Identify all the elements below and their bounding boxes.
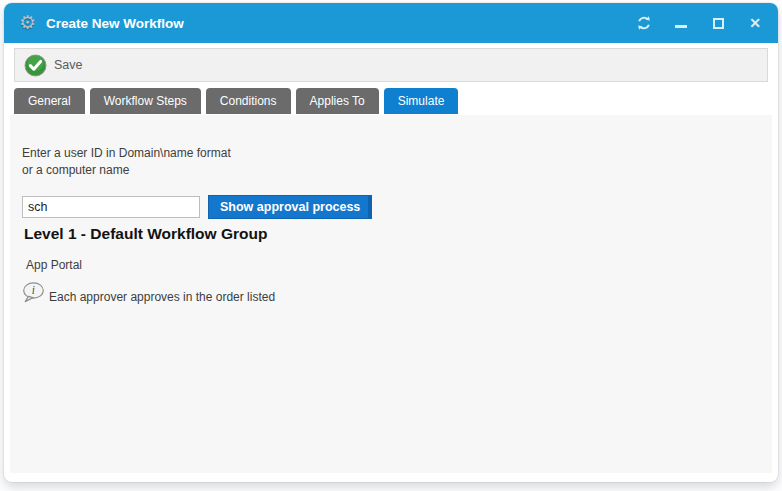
- tab-strip: General Workflow Steps Conditions Applie…: [14, 88, 458, 114]
- close-icon: ✕: [749, 16, 761, 30]
- level-heading: Level 1 - Default Workflow Group: [24, 225, 267, 243]
- maximize-icon: [713, 18, 724, 29]
- info-bubble-icon: i: [22, 282, 47, 305]
- minimize-button[interactable]: [673, 15, 689, 31]
- close-button[interactable]: ✕: [747, 15, 763, 31]
- instruction-line1: Enter a user ID in Domain\name format: [22, 145, 231, 162]
- user-id-input[interactable]: [22, 196, 200, 218]
- instructions: Enter a user ID in Domain\name format or…: [22, 145, 231, 179]
- tab-workflow-steps[interactable]: Workflow Steps: [90, 88, 201, 114]
- tab-general[interactable]: General: [14, 88, 85, 114]
- maximize-button[interactable]: [710, 15, 726, 31]
- svg-text:i: i: [32, 284, 35, 296]
- window-title: Create New Workflow: [46, 16, 184, 31]
- approver-name: App Portal: [26, 258, 82, 272]
- user-input-row: Show approval process: [22, 195, 372, 219]
- create-new-workflow-dialog: ⚙ Create New Workflow ✕: [4, 3, 778, 482]
- instruction-line2: or a computer name: [22, 162, 231, 179]
- gear-app-icon: ⚙: [19, 13, 36, 32]
- save-label: Save: [54, 58, 83, 72]
- show-approval-process-button[interactable]: Show approval process: [208, 195, 372, 219]
- refresh-button[interactable]: [636, 15, 652, 31]
- tab-conditions[interactable]: Conditions: [206, 88, 291, 114]
- titlebar: ⚙ Create New Workflow ✕: [4, 3, 778, 43]
- minimize-icon: [675, 25, 687, 28]
- save-check-icon: [24, 54, 47, 77]
- refresh-icon: [636, 15, 652, 31]
- tab-applies-to[interactable]: Applies To: [296, 88, 379, 114]
- simulate-tab-panel: Enter a user ID in Domain\name format or…: [10, 115, 772, 473]
- info-note-text: Each approver approves in the order list…: [49, 290, 275, 304]
- tab-simulate[interactable]: Simulate: [384, 88, 459, 114]
- window-controls: ✕: [636, 15, 763, 31]
- toolbar: Save: [14, 48, 768, 82]
- save-button[interactable]: Save: [24, 54, 83, 77]
- info-note-row: i Each approver approves in the order li…: [22, 282, 275, 305]
